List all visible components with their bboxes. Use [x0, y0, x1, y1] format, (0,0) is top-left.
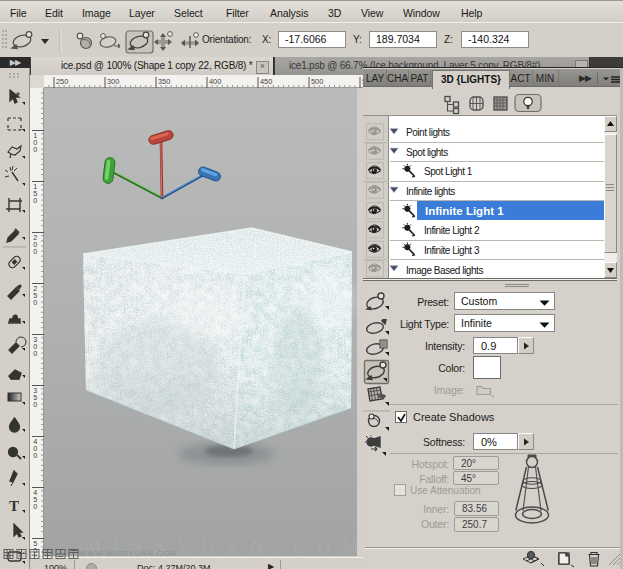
- svg-text:0: 0: [33, 145, 37, 154]
- svg-text:0: 0: [33, 298, 37, 307]
- svg-text:0: 0: [33, 451, 37, 460]
- svg-text:0: 0: [33, 400, 37, 409]
- svg-text:300: 300: [107, 77, 119, 86]
- svg-text:350: 350: [158, 77, 170, 86]
- svg-text:400: 400: [209, 77, 221, 86]
- svg-text:0: 0: [33, 196, 37, 205]
- svg-text:250: 250: [56, 77, 68, 86]
- svg-text:0: 0: [33, 349, 37, 358]
- svg-text:450: 450: [260, 77, 272, 86]
- svg-text:0: 0: [33, 502, 37, 511]
- svg-text:0: 0: [33, 247, 37, 256]
- svg-text:500: 500: [311, 77, 323, 86]
- svg-text:T: T: [9, 498, 19, 514]
